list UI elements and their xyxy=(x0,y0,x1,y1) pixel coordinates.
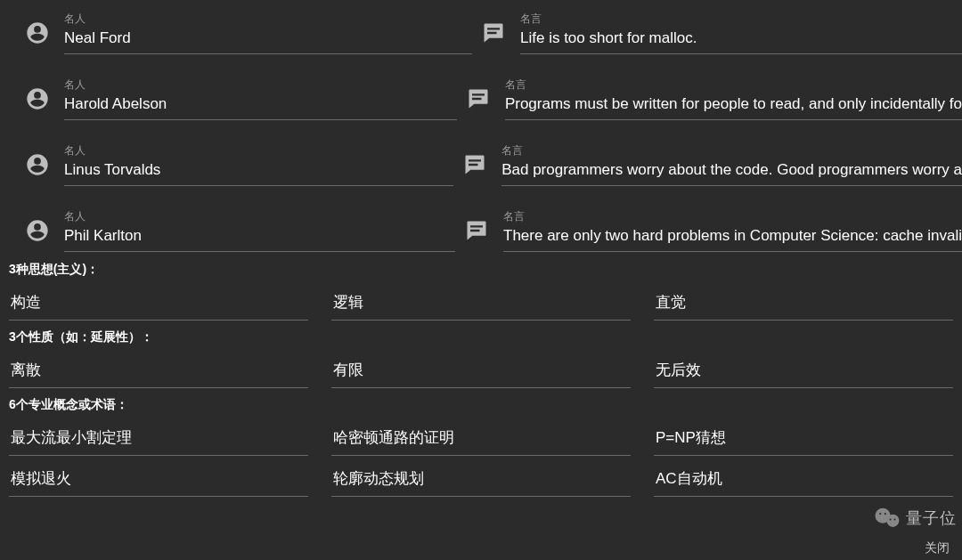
person-quote-rows: 名人 Neal Ford 名言 Life is too short for ma… xyxy=(0,0,962,264)
person-field[interactable]: 名人 Neal Ford xyxy=(64,12,472,54)
quote-cell: 名言 There are only two hard problems in C… xyxy=(455,210,962,252)
concept-cell[interactable]: P=NP猜想 xyxy=(654,424,953,456)
ideology-value: 直觉 xyxy=(654,288,953,321)
person-icon xyxy=(23,85,52,113)
person-field[interactable]: 名人 Phil Karlton xyxy=(64,210,455,252)
quote-icon xyxy=(461,150,489,179)
concepts-row-1: 最大流最小割定理 哈密顿通路的证明 P=NP猜想 xyxy=(9,424,953,456)
quote-cell: 名言 Life is too short for malloc. xyxy=(472,12,962,54)
section-title-properties: 3个性质（如：延展性）： xyxy=(9,329,953,345)
section-title-ideologies: 3种思想(主义)： xyxy=(9,262,953,278)
quote-field[interactable]: 名言 Life is too short for malloc. xyxy=(520,12,962,54)
quote-value: Bad programmers worry about the code. Go… xyxy=(501,160,962,186)
person-cell: 名人 Neal Ford xyxy=(0,12,472,54)
property-cell[interactable]: 有限 xyxy=(331,356,631,388)
quote-label: 名言 xyxy=(520,12,962,25)
property-value: 无后效 xyxy=(654,356,953,388)
property-value: 离散 xyxy=(9,356,308,388)
quote-icon xyxy=(479,19,508,47)
section-title-concepts: 6个专业概念或术语： xyxy=(9,397,953,413)
watermark-text: 量子位 xyxy=(906,507,957,529)
quote-label: 名言 xyxy=(503,210,962,223)
person-quote-row: 名人 Neal Ford 名言 Life is too short for ma… xyxy=(0,0,962,66)
property-cell[interactable]: 无后效 xyxy=(654,356,953,388)
person-label: 名人 xyxy=(64,210,455,223)
person-cell: 名人 Harold Abelson xyxy=(0,78,457,120)
concept-value: 最大流最小割定理 xyxy=(9,424,308,456)
svg-point-1 xyxy=(886,515,899,527)
close-button[interactable]: 关闭 xyxy=(925,540,950,556)
svg-point-4 xyxy=(890,518,892,520)
person-value: Neal Ford xyxy=(64,28,472,54)
ideology-cell[interactable]: 构造 xyxy=(9,288,308,321)
concepts-row-2: 模拟退火 轮廓动态规划 AC自动机 xyxy=(9,465,953,497)
property-cell[interactable]: 离散 xyxy=(9,356,308,388)
concept-cell[interactable]: 最大流最小割定理 xyxy=(9,424,308,456)
person-value: Phil Karlton xyxy=(64,226,455,252)
person-icon xyxy=(23,19,52,47)
person-cell: 名人 Phil Karlton xyxy=(0,210,455,252)
concept-cell[interactable]: 轮廓动态规划 xyxy=(331,465,631,497)
quote-label: 名言 xyxy=(505,78,962,91)
person-field[interactable]: 名人 Harold Abelson xyxy=(64,78,457,120)
svg-point-2 xyxy=(879,513,881,515)
properties-row: 离散 有限 无后效 xyxy=(9,356,953,388)
quote-icon xyxy=(462,216,491,245)
ideologies-row: 构造 逻辑 直觉 xyxy=(9,288,953,321)
concept-value: AC自动机 xyxy=(654,465,953,497)
ideology-cell[interactable]: 逻辑 xyxy=(331,288,631,321)
quote-icon xyxy=(464,85,493,113)
ideology-cell[interactable]: 直觉 xyxy=(654,288,953,321)
person-icon xyxy=(23,150,52,179)
person-cell: 名人 Linus Torvalds xyxy=(0,144,453,186)
svg-point-5 xyxy=(894,518,896,520)
form-root: 名人 Neal Ford 名言 Life is too short for ma… xyxy=(0,0,962,560)
quote-value: There are only two hard problems in Comp… xyxy=(503,226,962,252)
quote-cell: 名言 Programs must be written for people t… xyxy=(457,78,962,120)
quote-field[interactable]: 名言 Programs must be written for people t… xyxy=(505,78,962,120)
concept-value: 模拟退火 xyxy=(9,465,308,497)
concept-cell[interactable]: AC自动机 xyxy=(654,465,953,497)
svg-point-3 xyxy=(885,513,886,515)
person-quote-row: 名人 Linus Torvalds 名言 Bad programmers wor… xyxy=(0,132,962,198)
wechat-icon xyxy=(870,501,904,535)
person-label: 名人 xyxy=(64,12,472,25)
concept-value: 哈密顿通路的证明 xyxy=(331,424,631,456)
quote-value: Life is too short for malloc. xyxy=(520,28,962,54)
watermark: 量子位 xyxy=(870,501,957,535)
quote-label: 名言 xyxy=(501,144,962,157)
lower-sections: 3种思想(主义)： 构造 逻辑 直觉 3个性质（如：延展性）： 离散 有限 无后… xyxy=(9,258,953,506)
quote-value: Programs must be written for people to r… xyxy=(505,94,962,120)
ideology-value: 逻辑 xyxy=(331,288,631,321)
person-value: Linus Torvalds xyxy=(64,160,453,186)
property-value: 有限 xyxy=(331,356,631,388)
person-value: Harold Abelson xyxy=(64,94,457,120)
quote-field[interactable]: 名言 There are only two hard problems in C… xyxy=(503,210,962,252)
person-label: 名人 xyxy=(64,78,457,91)
person-field[interactable]: 名人 Linus Torvalds xyxy=(64,144,453,186)
person-icon xyxy=(23,216,52,245)
concept-cell[interactable]: 模拟退火 xyxy=(9,465,308,497)
concept-value: P=NP猜想 xyxy=(654,424,953,456)
quote-field[interactable]: 名言 Bad programmers worry about the code.… xyxy=(501,144,962,186)
person-quote-row: 名人 Harold Abelson 名言 Programs must be wr… xyxy=(0,66,962,132)
quote-cell: 名言 Bad programmers worry about the code.… xyxy=(453,144,962,186)
person-label: 名人 xyxy=(64,144,453,157)
concept-cell[interactable]: 哈密顿通路的证明 xyxy=(331,424,631,456)
concept-value: 轮廓动态规划 xyxy=(331,465,631,497)
ideology-value: 构造 xyxy=(9,288,308,321)
person-quote-row: 名人 Phil Karlton 名言 There are only two ha… xyxy=(0,198,962,264)
